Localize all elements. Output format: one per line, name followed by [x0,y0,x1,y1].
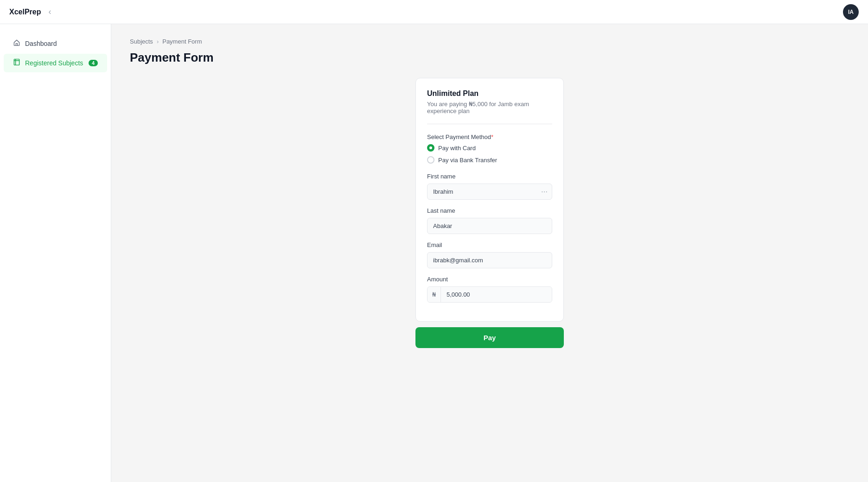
last-name-field: Last name [427,207,552,234]
payment-card: Unlimited Plan You are paying ₦5,000 for… [415,78,564,322]
email-input[interactable] [427,252,552,268]
page-title: Payment Form [130,51,849,65]
sidebar-item-registered-subjects[interactable]: Registered Subjects 4 [4,54,107,72]
first-name-wrapper: ⋯ [427,184,552,200]
email-label: Email [427,241,552,248]
layout: Dashboard Registered Subjects 4 Subjects… [0,24,868,482]
currency-symbol: ₦ [428,287,441,302]
book-icon [13,58,20,68]
sidebar-item-registered-subjects-label: Registered Subjects [25,59,84,67]
amount-wrapper: ₦ [427,286,552,303]
breadcrumb-parent[interactable]: Subjects [130,38,153,45]
email-field: Email [427,241,552,268]
amount-field: Amount ₦ [427,276,552,303]
plan-title: Unlimited Plan [427,89,552,98]
form-container: Unlimited Plan You are paying ₦5,000 for… [130,78,849,348]
last-name-input[interactable] [427,218,552,234]
payment-method-section: Select Payment Method* Pay with Card Pay… [427,133,552,164]
first-name-input[interactable] [427,184,552,200]
payment-method-label: Select Payment Method* [427,133,552,140]
first-name-field: First name ⋯ [427,173,552,200]
registered-subjects-badge: 4 [89,60,98,66]
radio-label-card: Pay with Card [438,145,476,152]
radio-option-card[interactable]: Pay with Card [427,144,552,152]
breadcrumb: Subjects › Payment Form [130,38,849,45]
required-marker: * [491,133,493,140]
amount-label: Amount [427,276,552,283]
back-icon[interactable]: ‹ [48,7,51,17]
main-content: Subjects › Payment Form Payment Form Unl… [111,24,868,482]
radio-circle-card [427,144,434,152]
divider [427,124,552,124]
amount-input[interactable] [441,287,552,302]
radio-option-bank[interactable]: Pay via Bank Transfer [427,156,552,164]
dots-icon: ⋯ [541,188,548,196]
sidebar-item-dashboard[interactable]: Dashboard [4,34,107,53]
breadcrumb-current: Payment Form [162,38,202,45]
avatar[interactable]: IA [843,4,859,20]
house-icon [13,39,20,48]
app-title: XcelPrep [9,8,41,16]
plan-description: You are paying ₦5,000 for Jamb exam expe… [427,101,552,114]
last-name-label: Last name [427,207,552,214]
pay-button[interactable]: Pay [415,327,564,348]
sidebar: Dashboard Registered Subjects 4 [0,24,111,482]
top-nav: XcelPrep ‹ IA [0,0,868,24]
top-nav-left: XcelPrep ‹ [9,7,51,17]
radio-label-bank: Pay via Bank Transfer [438,157,497,164]
first-name-label: First name [427,173,552,180]
radio-circle-bank [427,156,434,164]
radio-group: Pay with Card Pay via Bank Transfer [427,144,552,164]
sidebar-item-dashboard-label: Dashboard [25,40,98,47]
svg-rect-0 [14,59,19,65]
breadcrumb-separator: › [157,38,159,45]
